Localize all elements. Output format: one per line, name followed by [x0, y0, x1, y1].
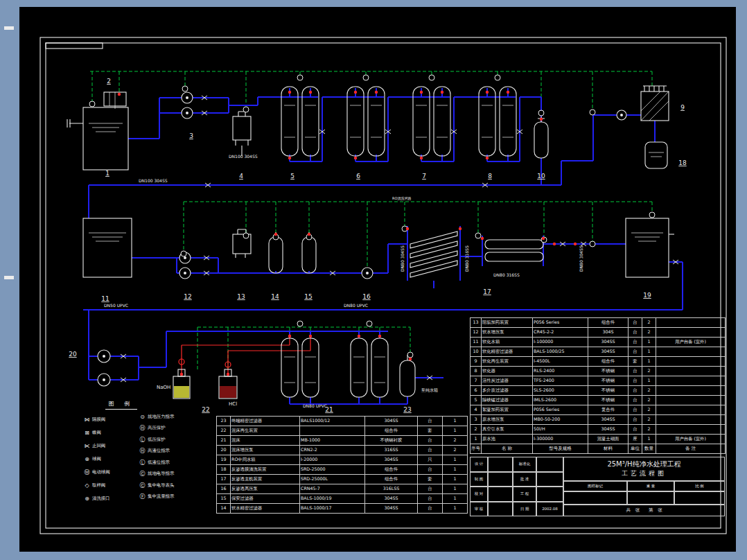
bom-note [656, 347, 726, 357]
legend-label: 就地电导指示 [148, 471, 174, 477]
pipe-label: RO清洗管路 [392, 196, 411, 201]
bom-name: 混床 [231, 436, 300, 446]
equipment-number: 12 [184, 293, 191, 300]
bom-row: 5 除铁锰过滤器 IMLS-2600 不锈钢 台 2 [471, 396, 726, 405]
bom-qty: 1 [443, 455, 468, 465]
chemical-label: HCl [229, 401, 237, 407]
bom-seq: 20 [217, 446, 231, 455]
bom-material: 304SS [365, 417, 418, 426]
bom-unit: 台 [629, 338, 642, 347]
legend-symbol-icon: ⊗ [82, 456, 92, 462]
bom-seq: 22 [217, 426, 231, 436]
bom-material: 316LSS [365, 484, 418, 494]
bom-unit: 台 [418, 417, 443, 426]
bom-model: BALS1000/12 [300, 417, 365, 426]
ruler-tick [4, 26, 14, 30]
bom-name: 反渗透膜清洗装置 [231, 465, 300, 475]
pipe-label: DN80 304SS [579, 245, 583, 272]
project-title: 25M³/H纯净水处理工程 工艺流程图 [563, 457, 725, 481]
bom-unit: 台 [629, 405, 642, 415]
bom-qty: 1 [443, 465, 468, 475]
bom-name: 软化精密过滤器 [482, 347, 533, 357]
bom-name: 软化再生装置 [482, 357, 533, 367]
titleblock-value [536, 487, 563, 502]
sheet-count: 共 张 第 张 [563, 505, 725, 516]
legend-label: 电动球阀 [92, 469, 110, 475]
bom-qty: 2 [443, 446, 468, 455]
equipment-number: 7 [422, 173, 426, 180]
bom-unit: 台 [629, 347, 642, 357]
bom-note [656, 396, 726, 405]
bom-name: 原水增压泵 [482, 415, 533, 425]
bom-qty: 1 [642, 347, 656, 357]
bom-seq: 17 [217, 475, 231, 484]
legend-column-instruments: ⊙ 就地压力指示 Ⓗ 高压保护 Ⓛ 低压保护 Ⓗ 高液位指示 Ⓛ 低液位指示 [137, 410, 200, 505]
legend-symbol-icon: Ⓛ [137, 436, 148, 444]
bom-unit: 台 [629, 328, 642, 338]
titleblock-value [488, 472, 513, 487]
pipe-label: DN80 UPVC [344, 303, 368, 308]
bom-model: BALS-1000/17 [300, 504, 365, 514]
bom-material: 不锈钢 [588, 396, 629, 405]
titleblock-label: 标准化 [513, 457, 536, 472]
bom-model: SRD-25000 [300, 465, 365, 475]
bom-model: I-300000 [533, 435, 588, 444]
title-block: 设 计 标准化 制 图 批 准 校 对 工 程 审 核 日 期 2002.08 … [470, 457, 725, 516]
bom-note [656, 415, 726, 425]
bom-qty: 1 [443, 475, 468, 484]
drawing-name: 工艺流程图 [622, 469, 667, 478]
bom-seq: 15 [217, 494, 231, 504]
legend-item: Ⓕ 集中流量指示 [137, 491, 200, 503]
bom-row: 2 真空引水泵 50l/H 304SS 台 2 [471, 425, 726, 435]
title-block-signatures: 设 计 标准化 制 图 批 准 校 对 工 程 审 核 日 期 2002.08 [470, 457, 563, 516]
bom-unit: 台 [418, 436, 443, 446]
equipment-number: 4 [239, 173, 243, 180]
bom-material: 复合件 [588, 405, 629, 415]
bom-name: 反渗透高压泵 [231, 484, 300, 494]
bom-row: 23 终端精密过滤器 BALS1000/12 304SS 台 1 [217, 417, 468, 426]
bom-seq: 19 [217, 455, 231, 465]
bom-note: 用户自备 (室外) [656, 435, 726, 444]
bom-qty: 2 [642, 328, 656, 338]
bom-name: 软化水箱 [482, 338, 533, 347]
equipment-number: 17 [483, 288, 491, 295]
bom-row: 3 原水增压泵 MB0-50-200 304SS 台 2 [471, 415, 726, 425]
legend-symbol-icon: ⊠ [82, 430, 92, 436]
bom-name: 混床增压泵 [231, 446, 300, 455]
bom-unit: 座 [629, 435, 642, 444]
bom-note [656, 376, 726, 386]
bom-unit: 台 [629, 318, 642, 328]
bom-model: BALS-1000/19 [300, 494, 365, 504]
bom-unit: 台 [629, 376, 642, 386]
destination-label: 至纯水箱 [421, 387, 438, 392]
bom-qty: 2 [642, 367, 656, 376]
bom-material: 304S [588, 328, 629, 338]
bom-name: 阻垢加药装置 [482, 318, 533, 328]
legend-label: 高压保护 [148, 425, 166, 431]
chemical-label: NaOH [157, 385, 170, 390]
bom-unit: 台 [418, 465, 443, 475]
bom-note [656, 405, 726, 415]
legend-symbol-icon: ⋉ [82, 443, 92, 449]
bom-row: 11 软化水箱 I-100000 304SS 台 1 用户自备 (室外) [471, 338, 726, 347]
titleblock-label: 日 期 [513, 502, 536, 517]
bom-model: SRD-25000L [300, 475, 365, 484]
bom-seq: 4 [471, 405, 482, 415]
legend-symbol-icon: ⋈ [82, 417, 92, 423]
bom-material: 304SS [588, 347, 629, 357]
bom-row: 22 混床再生装置 组合件 套 1 [217, 426, 468, 436]
bom-qty: 1 [642, 357, 656, 367]
bom-seq: 3 [471, 415, 482, 425]
legend-symbol-icon: Ⓕ [137, 493, 148, 500]
bom-material: 不锈钢衬胶 [365, 436, 418, 446]
legend-symbol-icon: Ⓒ [137, 470, 148, 478]
bom-seq: 18 [217, 465, 231, 475]
bom-row: 16 反渗透高压泵 CRN45-7 316LSS 台 1 [217, 484, 468, 494]
bom-material: 不锈钢 [588, 367, 629, 376]
legend-item: ⊙ 就地压力指示 [137, 411, 200, 423]
bom-qty: 2 [642, 318, 656, 328]
bom-row: 4 絮凝加药装置 P056 Series 复合件 台 2 [471, 405, 726, 415]
legend: 图 例 ⋈ 隔膜阀 ⊠ 蝶阀 ⋉ 止回阀 ⊗ 球阀 Ⓜ 电 [82, 400, 200, 505]
bom-qty: 1 [642, 435, 656, 444]
bom-qty: 2 [642, 386, 656, 396]
